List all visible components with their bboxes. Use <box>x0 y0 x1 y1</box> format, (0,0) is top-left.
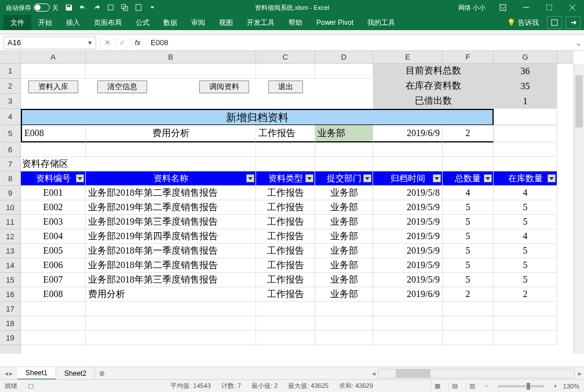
table-header-2[interactable]: 资料类型 <box>256 171 315 186</box>
table-cell[interactable]: 业务部2019年第三季度销售报告 <box>86 215 256 229</box>
table-cell[interactable]: 5 <box>494 200 557 215</box>
table-cell[interactable]: 5 <box>443 200 494 215</box>
table-cell[interactable]: 2019/6/9 <box>373 287 443 302</box>
row-header-13[interactable]: 13 <box>0 244 20 258</box>
table-row[interactable]: E006业务部2018年第二季度销售报告工作报告业务部2019/5/955 <box>21 258 574 273</box>
zoom-out-button[interactable]: － <box>483 382 490 390</box>
archive-name[interactable]: 费用分析 <box>86 125 256 142</box>
sheet-tab-1[interactable]: Sheet1 <box>17 367 56 380</box>
table-row[interactable]: E007业务部2018年第三季度销售报告工作报告业务部2019/5/955 <box>21 273 574 287</box>
col-header-F[interactable]: F <box>443 51 494 63</box>
table-cell[interactable]: 业务部2019年第四季度销售报告 <box>86 229 256 244</box>
ribbon-tool-1[interactable] <box>547 16 562 29</box>
share-button[interactable] <box>565 16 581 29</box>
lend-material-button[interactable]: 调阅资料 <box>199 80 249 93</box>
table-cell[interactable]: E002 <box>21 200 86 215</box>
filter-icon[interactable] <box>76 174 84 182</box>
zoom-in-button[interactable]: ＋ <box>552 382 559 390</box>
table-cell[interactable]: 工作报告 <box>256 229 315 244</box>
macro-record-icon[interactable]: ▢ <box>28 382 34 390</box>
ribbon-tab-2[interactable]: 页面布局 <box>87 15 129 30</box>
row-header-17[interactable]: 17 <box>0 302 20 316</box>
table-cell[interactable]: 业务部2018年第一季度销售报告 <box>86 244 256 258</box>
clear-info-button[interactable]: 清空信息 <box>97 80 147 93</box>
cancel-formula-icon[interactable]: ✕ <box>100 36 115 49</box>
table-cell[interactable]: 5 <box>443 215 494 229</box>
ribbon-tab-9[interactable]: Power Pivot <box>309 15 360 30</box>
sheet-nav[interactable]: ◂▸ <box>0 369 17 378</box>
archive-id[interactable]: E008 <box>21 125 86 142</box>
row-header-16[interactable]: 16 <box>0 287 20 302</box>
table-cell[interactable]: E008 <box>21 287 86 302</box>
col-header-C[interactable]: C <box>256 51 315 63</box>
save-icon[interactable] <box>62 1 76 14</box>
table-cell[interactable]: 2019/5/9 <box>373 258 443 273</box>
table-row[interactable]: E004业务部2019年第四季度销售报告工作报告业务部2019/5/954 <box>21 229 574 244</box>
row-header-8[interactable]: 8 <box>0 171 20 186</box>
ribbon-tab-6[interactable]: 视图 <box>212 15 240 30</box>
table-cell[interactable]: E004 <box>21 229 86 244</box>
table-cell[interactable]: 业务部 <box>315 200 373 215</box>
ribbon-tab-1[interactable]: 插入 <box>59 15 87 30</box>
view-normal-icon[interactable]: ▦ <box>431 381 444 391</box>
col-header-E[interactable]: E <box>373 51 443 63</box>
row-header-5[interactable]: 5 <box>0 125 20 142</box>
table-cell[interactable]: 业务部2019年第二季度销售报告 <box>86 200 256 215</box>
view-break-icon[interactable]: ▥ <box>466 381 479 391</box>
row-header-1[interactable]: 1 <box>0 64 20 79</box>
col-header-B[interactable]: B <box>86 51 256 63</box>
table-row[interactable]: E001业务部2018年第二季度销售报告工作报告业务部2019/5/844 <box>21 186 574 200</box>
table-row[interactable]: E003业务部2019年第三季度销售报告工作报告业务部2019/5/955 <box>21 215 574 229</box>
tab-file[interactable]: 文件 <box>3 15 31 30</box>
username[interactable]: 网络 小小 <box>458 3 486 12</box>
table-cell[interactable]: 2019/5/9 <box>373 200 443 215</box>
row-header-15[interactable]: 15 <box>0 273 20 287</box>
col-header-D[interactable]: D <box>315 51 373 63</box>
col-header-A[interactable]: A <box>21 51 86 63</box>
table-cell[interactable]: 工作报告 <box>256 186 315 200</box>
autosave-toggle[interactable]: 自动保存 关 <box>2 3 62 12</box>
filter-icon[interactable] <box>305 174 313 182</box>
view-page-icon[interactable]: ▤ <box>448 381 461 391</box>
table-cell[interactable]: 2019/5/9 <box>373 273 443 287</box>
table-cell[interactable]: 5 <box>443 273 494 287</box>
zoom-level[interactable]: 130% <box>563 383 579 390</box>
ribbon-tab-8[interactable]: 帮助 <box>282 15 309 30</box>
filter-icon[interactable] <box>484 174 492 182</box>
table-cell[interactable]: 5 <box>443 229 494 244</box>
table-cell[interactable]: 4 <box>494 229 557 244</box>
filter-icon[interactable] <box>433 174 441 182</box>
table-cell[interactable]: 2019/5/9 <box>373 229 443 244</box>
add-sheet-button[interactable]: ⊕ <box>95 369 109 378</box>
table-cell[interactable]: 2019/5/9 <box>373 215 443 229</box>
table-cell[interactable]: 5 <box>494 258 557 273</box>
table-header-0[interactable]: 资料编号 <box>21 171 86 186</box>
table-cell[interactable]: 工作报告 <box>256 244 315 258</box>
table-cell[interactable]: 5 <box>494 244 557 258</box>
table-header-1[interactable]: 资料名称 <box>86 171 256 186</box>
row-header-4[interactable]: 4 <box>0 109 20 125</box>
accept-formula-icon[interactable]: ✓ <box>115 36 130 49</box>
row-header-2[interactable]: 2 <box>0 79 20 94</box>
row-header-7[interactable]: 7 <box>0 157 20 171</box>
row-header-10[interactable]: 10 <box>0 200 20 215</box>
table-cell[interactable]: 5 <box>443 258 494 273</box>
table-cell[interactable]: 业务部 <box>315 287 373 302</box>
table-row[interactable]: E002业务部2019年第二季度销售报告工作报告业务部2019/5/955 <box>21 200 574 215</box>
archive-dept[interactable]: 业务部 <box>315 125 373 142</box>
filter-icon[interactable] <box>246 174 254 182</box>
horizontal-scrollbar[interactable] <box>378 369 575 378</box>
expand-formula-icon[interactable]: ⌄ <box>572 37 584 48</box>
table-cell[interactable]: 工作报告 <box>256 200 315 215</box>
material-in-button[interactable]: 资料入库 <box>28 80 78 93</box>
column-headers[interactable]: ABCDEFG <box>21 51 574 64</box>
table-cell[interactable]: 5 <box>443 244 494 258</box>
row-header-12[interactable]: 12 <box>0 229 20 244</box>
table-row[interactable]: E005业务部2018年第一季度销售报告工作报告业务部2019/5/955 <box>21 244 574 258</box>
table-cell[interactable]: 业务部2018年第二季度销售报告 <box>86 186 256 200</box>
table-cell[interactable]: 4 <box>494 186 557 200</box>
table-cell[interactable]: E006 <box>21 258 86 273</box>
table-cell[interactable]: 业务部 <box>315 244 373 258</box>
name-box[interactable]: A16▾ <box>3 36 96 49</box>
vertical-scrollbar[interactable] <box>574 64 584 354</box>
